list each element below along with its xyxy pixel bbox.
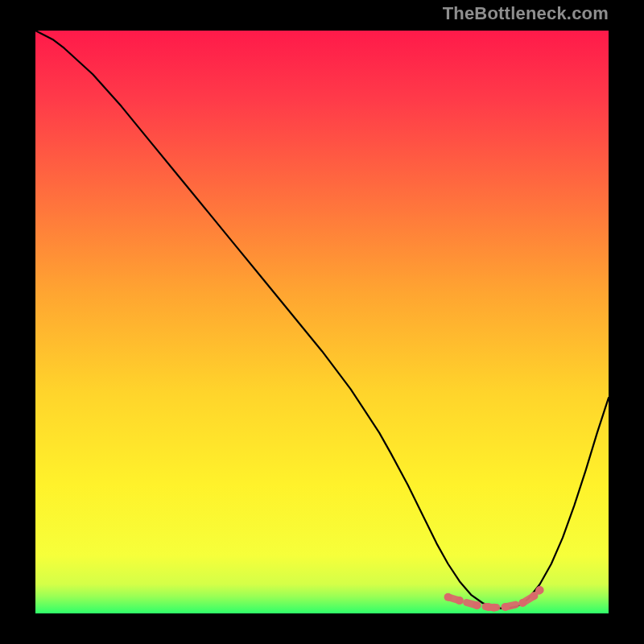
optimal-zone-dot [518,599,526,607]
optimal-zone-dot [444,593,452,601]
plot-area [35,31,609,613]
chart-svg [35,31,609,613]
chart-frame: TheBottleneck.com [0,0,644,644]
optimal-zone-dot [456,597,464,605]
optimal-zone-dot [490,604,498,612]
optimal-zone-dot [473,601,481,609]
gradient-background [35,31,609,613]
optimal-zone-dot [530,592,538,600]
watermark-label: TheBottleneck.com [443,3,609,24]
optimal-zone-dot [536,586,544,594]
optimal-zone-dot [502,603,510,611]
